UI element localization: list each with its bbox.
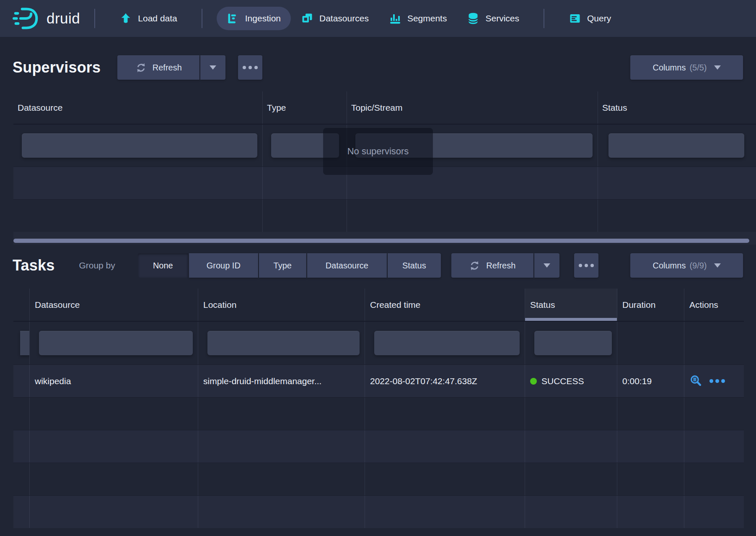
nav-services[interactable]: Services	[457, 7, 529, 30]
refresh-icon	[135, 62, 147, 73]
upload-icon	[119, 12, 132, 25]
group-by-button-group: None Group ID Type Datasource Status	[138, 253, 441, 278]
supervisors-refresh-dropdown-button[interactable]	[200, 55, 225, 80]
group-by-datasource-button[interactable]: Datasource	[307, 253, 387, 278]
navbar: druid Load data Ingestion Datasources	[0, 0, 756, 37]
tasks-status-filter-input[interactable]	[534, 331, 612, 355]
column-header-type[interactable]: Type	[263, 91, 347, 124]
horizontal-scrollbar-thumb[interactable]	[13, 239, 749, 243]
datasources-icon	[301, 12, 313, 25]
supervisors-more-button[interactable]	[238, 55, 262, 80]
nav-load-data[interactable]: Load data	[109, 7, 187, 30]
columns-count: (9/9)	[689, 261, 707, 271]
columns-count: (5/5)	[689, 63, 707, 73]
refresh-icon	[469, 260, 480, 271]
column-header-topic-stream[interactable]: Topic/Stream	[347, 91, 598, 124]
tasks-task-id-filter-input-clipped[interactable]	[20, 331, 30, 355]
cell-duration[interactable]: 0:00:19	[617, 365, 684, 397]
column-header-status[interactable]: Status	[598, 91, 756, 124]
navbar-divider	[544, 9, 544, 28]
cell-actions	[684, 365, 744, 397]
chevron-down-icon	[714, 263, 721, 268]
supervisors-table: Datasource Type Topic/Stream Status No s…	[13, 91, 756, 245]
table-row-empty	[13, 167, 756, 199]
navbar-divider	[202, 9, 202, 28]
supervisors-refresh-group: Refresh	[117, 55, 225, 80]
chevron-down-icon	[714, 65, 721, 70]
status-success-dot	[530, 378, 537, 385]
column-header-clipped[interactable]	[13, 289, 30, 321]
nav-datasources[interactable]: Datasources	[291, 7, 379, 30]
column-header-actions[interactable]: Actions	[684, 289, 744, 321]
cell-task-id-clipped	[13, 365, 30, 397]
nav-item-label: Segments	[407, 13, 447, 23]
column-header-location[interactable]: Location	[198, 289, 365, 321]
tasks-title: Tasks	[13, 257, 54, 274]
cell-datasource[interactable]: wikipedia	[30, 365, 198, 397]
table-row-empty	[13, 199, 756, 232]
tasks-refresh-button[interactable]: Refresh	[451, 253, 533, 278]
nav-item-label: Services	[485, 13, 519, 23]
column-header-status-sorted[interactable]: Status	[525, 289, 617, 321]
tasks-more-button[interactable]	[574, 253, 598, 278]
nav-item-label: Ingestion	[245, 13, 281, 23]
group-by-label: Group by	[79, 260, 115, 271]
supervisors-filter-row	[13, 125, 756, 167]
supervisors-topic-stream-filter-input[interactable]	[355, 133, 593, 158]
segments-icon	[389, 12, 401, 25]
cell-location[interactable]: simple-druid-middlemanager...	[198, 365, 365, 397]
supervisors-datasource-filter-input[interactable]	[22, 133, 257, 158]
tasks-created-time-filter-input[interactable]	[374, 331, 520, 355]
cell-created-time[interactable]: 2022-08-02T07:42:47.638Z	[365, 365, 525, 397]
supervisors-refresh-button[interactable]: Refresh	[117, 55, 199, 80]
tasks-table-header: Datasource Location Created time Status …	[13, 289, 744, 322]
group-by-group-id-button[interactable]: Group ID	[189, 253, 258, 278]
table-row-wikipedia[interactable]: wikipedia simple-druid-middlemanager... …	[13, 364, 744, 397]
tasks-datasource-filter-input[interactable]	[39, 331, 193, 355]
nav-ingestion[interactable]: Ingestion	[217, 7, 291, 30]
more-icon	[243, 66, 258, 69]
chevron-down-icon	[210, 65, 216, 70]
supervisors-columns-button[interactable]: Columns (5/5)	[630, 55, 743, 80]
nav-segments[interactable]: Segments	[379, 7, 457, 30]
supervisors-status-filter-input[interactable]	[608, 133, 744, 158]
more-actions-icon[interactable]	[709, 379, 725, 383]
query-icon	[569, 12, 581, 25]
refresh-label: Refresh	[153, 63, 182, 73]
group-by-status-button[interactable]: Status	[388, 253, 441, 278]
nav-item-label: Datasources	[319, 13, 369, 23]
tasks-filter-row	[13, 322, 744, 364]
refresh-label: Refresh	[486, 261, 515, 271]
navbar-divider	[94, 9, 95, 28]
tasks-refresh-dropdown-button[interactable]	[534, 253, 559, 278]
nav-item-label: Load data	[138, 13, 177, 23]
nav-query[interactable]: Query	[559, 7, 621, 30]
supervisors-table-header: Datasource Type Topic/Stream Status	[13, 91, 756, 125]
column-header-datasource[interactable]: Datasource	[30, 289, 198, 321]
more-icon	[579, 264, 594, 267]
group-by-type-button[interactable]: Type	[259, 253, 306, 278]
tasks-columns-button[interactable]: Columns (9/9)	[630, 253, 743, 278]
horizontal-scrollbar	[13, 232, 756, 245]
group-by-none-button[interactable]: None	[138, 253, 188, 278]
columns-label: Columns	[652, 63, 686, 73]
columns-label: Columns	[652, 261, 686, 271]
cell-status[interactable]: SUCCESS	[525, 365, 617, 397]
druid-logo-icon	[13, 6, 40, 31]
ingestion-icon	[227, 12, 239, 25]
table-row-empty	[13, 495, 744, 528]
logo-wordmark: druid	[47, 10, 80, 27]
nav-item-label: Query	[587, 13, 611, 23]
supervisors-toolbar: Supervisors Refresh Columns (5/5)	[0, 55, 756, 80]
druid-logo[interactable]: druid	[13, 6, 80, 31]
tasks-refresh-group: Refresh	[451, 253, 559, 278]
table-row-empty	[13, 397, 744, 430]
column-header-created-time[interactable]: Created time	[365, 289, 525, 321]
magnifying-glass-icon[interactable]	[689, 375, 702, 388]
column-header-duration[interactable]: Duration	[617, 289, 684, 321]
tasks-location-filter-input[interactable]	[207, 331, 360, 355]
supervisors-type-filter-input[interactable]	[271, 133, 339, 158]
chevron-down-icon	[544, 263, 550, 268]
column-header-datasource[interactable]: Datasource	[13, 91, 263, 124]
supervisors-title: Supervisors	[13, 59, 101, 76]
